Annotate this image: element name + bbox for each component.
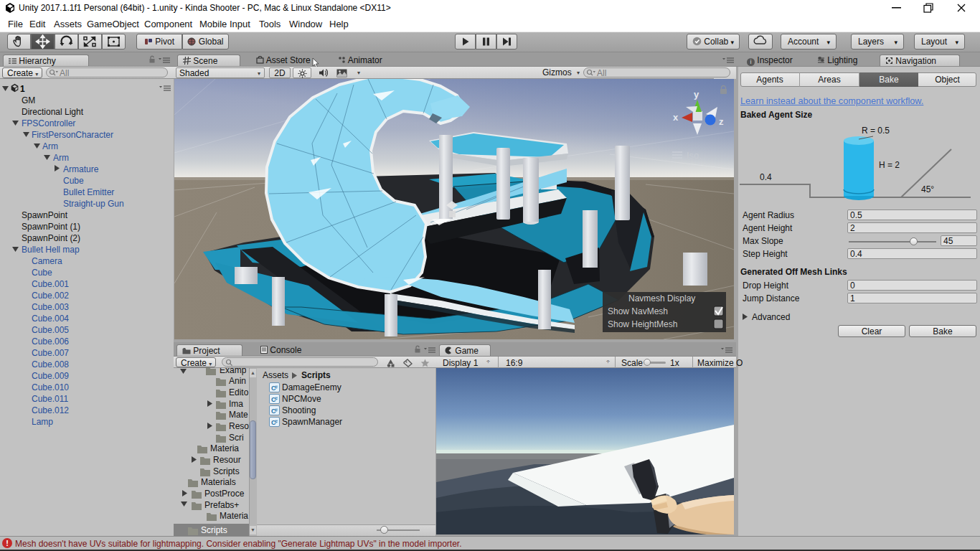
svg-text:y: y [694,89,699,100]
svg-text:#: # [275,408,278,413]
svg-text:Show HeightMesh: Show HeightMesh [608,319,677,329]
svg-text:0.4: 0.4 [760,172,772,182]
svg-text:45°: 45° [921,184,934,194]
svg-text:#: # [275,396,278,401]
svg-text:x: x [673,112,679,123]
svg-text:H = 2: H = 2 [879,160,900,170]
svg-text:#: # [275,385,278,390]
svg-text:Navmesh Display: Navmesh Display [628,293,695,303]
svg-text:#: # [275,419,278,424]
svg-text:Show NavMesh: Show NavMesh [608,306,668,316]
svg-text:z: z [719,116,724,127]
svg-text:R = 0.5: R = 0.5 [862,126,890,136]
svg-text:Iso.: Iso. [687,150,702,161]
